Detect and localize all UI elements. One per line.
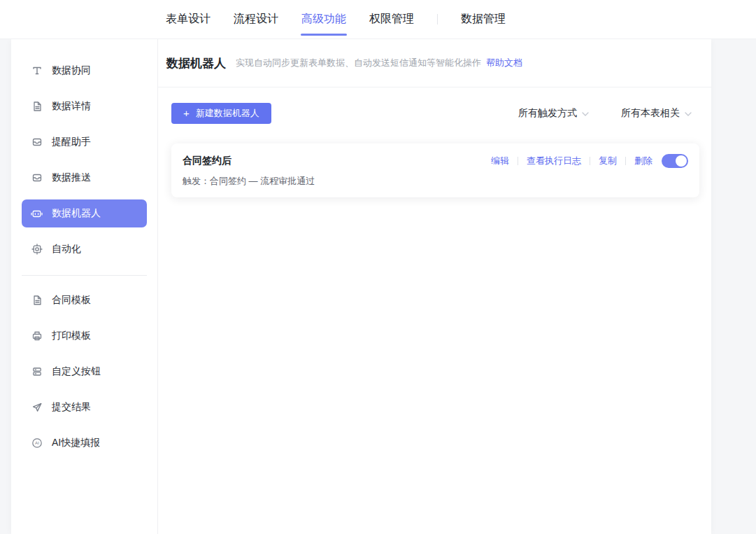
sidebar-item-label: 提交结果 (52, 401, 91, 414)
table-scope-filter-label: 所有本表相关 (621, 107, 680, 120)
robot-actions: 编辑 查看执行日志 复制 删除 (491, 154, 688, 168)
sidebar-item-label: AI快捷填报 (52, 437, 100, 449)
sidebar-item-label: 自动化 (52, 243, 81, 255)
svg-text:AI: AI (35, 440, 39, 445)
sidebar-item-reminder-assistant[interactable]: 提醒助手 (22, 128, 147, 156)
main-content: 数据机器人 实现自动同步更新表单数据、自动发送短信通知等智能化操作 帮助文档 +… (158, 39, 711, 534)
sidebar-item-contract-template[interactable]: 合同模板 (22, 286, 147, 314)
view-log-link[interactable]: 查看执行日志 (527, 155, 581, 167)
content-shell: 数据协同 数据详情 提醒助手 (11, 39, 711, 534)
ai-circle-icon: AI (31, 437, 43, 449)
sidebar-item-automation[interactable]: 自动化 (22, 235, 147, 263)
sidebar-item-label: 数据协同 (52, 64, 91, 77)
sidebar-item-label: 自定义按钮 (52, 365, 101, 378)
printer-icon (31, 330, 43, 342)
action-divider (590, 157, 590, 165)
sidebar-item-print-template[interactable]: 打印模板 (22, 322, 147, 350)
robot-card-head: 合同签约后 编辑 查看执行日志 复制 删除 (183, 154, 688, 168)
tab-advanced-features[interactable]: 高级功能 (301, 0, 346, 39)
table-scope-filter[interactable]: 所有本表相关 (621, 107, 692, 120)
tab-form-design[interactable]: 表单设计 (166, 0, 211, 39)
sidebar-item-data-details[interactable]: 数据详情 (22, 92, 147, 120)
edit-link[interactable]: 编辑 (491, 155, 509, 167)
tab-divider (437, 14, 438, 24)
robot-trigger-text: 触发：合同签约 — 流程审批通过 (183, 175, 688, 188)
toggle-knob (676, 155, 687, 167)
document-icon (31, 295, 43, 307)
page-header: 数据机器人 实现自动同步更新表单数据、自动发送短信通知等智能化操作 帮助文档 (158, 39, 711, 87)
plus-icon: + (183, 108, 190, 118)
toolbar: + 新建数据机器人 所有触发方式 所有本表相关 (171, 103, 692, 124)
sidebar: 数据协同 数据详情 提醒助手 (11, 39, 158, 534)
sidebar-item-custom-button[interactable]: 自定义按钮 (22, 358, 147, 386)
action-divider (625, 157, 626, 165)
robot-name: 合同签约后 (183, 155, 231, 167)
trigger-type-filter[interactable]: 所有触发方式 (518, 107, 589, 120)
sidebar-item-label: 数据机器人 (52, 207, 101, 220)
custom-button-icon (31, 366, 43, 378)
chip-icon (31, 244, 43, 255)
sidebar-item-label: 数据详情 (52, 100, 91, 113)
top-tab-bar: 表单设计 流程设计 高级功能 权限管理 数据管理 (0, 0, 756, 39)
sidebar-item-label: 数据推送 (52, 171, 91, 184)
sidebar-item-label: 合同模板 (52, 294, 91, 307)
robot-icon (31, 208, 43, 220)
new-robot-button-label: 新建数据机器人 (196, 107, 259, 120)
chevron-down-icon (582, 112, 589, 116)
sidebar-item-data-push[interactable]: 数据推送 (22, 164, 147, 192)
trigger-type-filter-label: 所有触发方式 (518, 107, 577, 120)
sidebar-item-label: 打印模板 (52, 330, 91, 342)
tab-permission-management[interactable]: 权限管理 (369, 0, 414, 39)
sidebar-item-data-robot[interactable]: 数据机器人 (22, 199, 147, 227)
paper-plane-icon (31, 402, 43, 414)
sidebar-item-submit-result[interactable]: 提交结果 (22, 393, 147, 421)
page-title: 数据机器人 (166, 55, 226, 71)
document-icon (31, 101, 43, 113)
action-divider (518, 157, 518, 165)
sidebar-item-data-collaboration[interactable]: 数据协同 (22, 57, 147, 85)
robot-enabled-toggle[interactable] (662, 154, 688, 168)
help-doc-link[interactable]: 帮助文档 (486, 57, 522, 69)
copy-link[interactable]: 复制 (599, 155, 617, 167)
delete-link[interactable]: 删除 (634, 155, 652, 167)
inbox-icon (31, 172, 43, 184)
text-icon (31, 65, 43, 77)
page-subtitle: 实现自动同步更新表单数据、自动发送短信通知等智能化操作 (236, 57, 481, 69)
tab-data-management[interactable]: 数据管理 (461, 0, 506, 39)
sidebar-item-ai-quick-fill[interactable]: AI AI快捷填报 (22, 429, 147, 457)
new-robot-button[interactable]: + 新建数据机器人 (171, 103, 271, 124)
inbox-icon (31, 136, 43, 148)
sidebar-item-label: 提醒助手 (52, 136, 91, 148)
chevron-down-icon (685, 112, 692, 116)
tab-process-design[interactable]: 流程设计 (234, 0, 278, 39)
robot-card: 合同签约后 编辑 查看执行日志 复制 删除 触发：合同签约 — 流程审批通过 (171, 143, 699, 197)
sidebar-group-divider (22, 275, 147, 276)
